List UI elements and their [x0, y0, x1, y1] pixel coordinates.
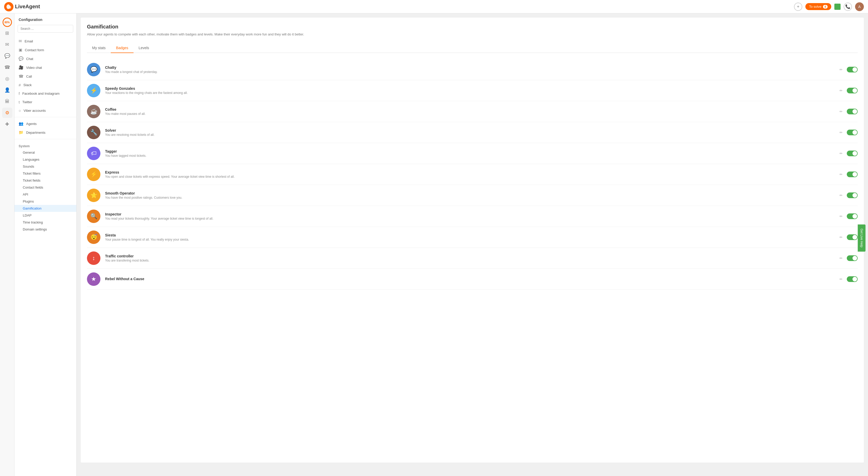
live-help-tab[interactable]: Get Live Help: [858, 225, 866, 252]
toggle-speedy[interactable]: [847, 88, 858, 93]
sidebar-item-label: Video chat: [26, 66, 42, 70]
tab-my-stats[interactable]: My stats: [87, 43, 111, 53]
logo[interactable]: LiveAgent: [4, 2, 40, 11]
edit-speedy-icon[interactable]: ✏: [840, 89, 843, 93]
badge-coffee-info: Coffee You make most pauses of all.: [105, 107, 840, 116]
sidebar-item-call[interactable]: ☎ Call: [14, 72, 76, 81]
badge-solver-info: Solver You are resolving most tickets of…: [105, 128, 840, 136]
badge-solver: 🔧 Solver You are resolving most tickets …: [87, 122, 858, 143]
sidebar-sub-ticket-filters[interactable]: Ticket filters: [14, 170, 76, 177]
sidebar-sub-languages[interactable]: Languages: [14, 156, 76, 163]
nav-tickets[interactable]: ✉: [2, 39, 12, 50]
tab-levels[interactable]: Levels: [133, 43, 154, 53]
nav-contacts[interactable]: 👤: [2, 85, 12, 95]
badge-traffic-name: Traffic controller: [105, 254, 840, 258]
badge-inspector: 🔍 Inspector You read your tickets thorou…: [87, 206, 858, 227]
nav-settings[interactable]: ⚙: [2, 107, 12, 118]
sidebar-item-viber[interactable]: ○ Viber accounts: [14, 106, 76, 115]
sidebar-sub-ldap[interactable]: LDAP: [14, 212, 76, 219]
badge-speedy-info: Speedy Gonzales Your reactions to the ri…: [105, 86, 840, 95]
toggle-tagger[interactable]: [847, 151, 858, 156]
edit-solver-icon[interactable]: ✏: [840, 130, 843, 134]
edit-siesta-icon[interactable]: ✏: [840, 235, 843, 239]
sidebar-item-facebook[interactable]: f Facebook and Instagram: [14, 89, 76, 98]
sidebar-item-contact-form[interactable]: ▣ Contact form: [14, 45, 76, 54]
badge-inspector-actions: ✏: [840, 214, 858, 219]
tab-badges[interactable]: Badges: [111, 43, 133, 53]
edit-tagger-icon[interactable]: ✏: [840, 151, 843, 156]
search-input[interactable]: [18, 25, 73, 33]
badge-speedy-desc: Your reactions to the ringing chats are …: [105, 91, 840, 95]
sidebar-sub-api[interactable]: API: [14, 191, 76, 198]
sidebar-title: Configuration: [14, 18, 76, 25]
progress-indicator[interactable]: 80%: [3, 18, 12, 27]
nav-plugins[interactable]: ✚: [2, 119, 12, 129]
logo-text: LiveAgent: [15, 4, 40, 9]
badge-express-icon: ⚡: [87, 168, 100, 181]
call-icon: ☎: [19, 74, 24, 78]
badge-inspector-name: Inspector: [105, 212, 840, 216]
sidebar-item-chat[interactable]: 💬 Chat: [14, 54, 76, 63]
solve-label: To solve: [809, 5, 822, 8]
sidebar-item-email[interactable]: ✉ Email: [14, 37, 76, 45]
badges-list: 💬 Chatty You made a longest chat of yest…: [87, 59, 858, 290]
badge-express-actions: ✏: [840, 171, 858, 177]
sidebar-sub-domain-settings[interactable]: Domain settings: [14, 226, 76, 233]
toggle-chatty[interactable]: [847, 67, 858, 72]
user-avatar[interactable]: A: [855, 2, 864, 11]
nav-dashboard[interactable]: ⊞: [2, 28, 12, 38]
edit-rebel-icon[interactable]: ✏: [840, 277, 843, 281]
badge-smooth-actions: ✏: [840, 192, 858, 198]
nav-call[interactable]: ☎: [2, 62, 12, 72]
agents-icon: 👥: [19, 121, 24, 126]
badge-coffee: ☕ Coffee You make most pauses of all. ✏: [87, 101, 858, 122]
nav-chat[interactable]: 💬: [2, 51, 12, 61]
sidebar-sub-sounds[interactable]: Sounds: [14, 163, 76, 170]
badge-smooth-desc: You have the most positive ratings. Cust…: [105, 196, 840, 199]
video-chat-icon: 🎥: [19, 65, 24, 70]
toggle-traffic[interactable]: [847, 255, 858, 261]
edit-coffee-icon[interactable]: ✏: [840, 109, 843, 114]
sidebar-sub-contact-fields[interactable]: Contact fields: [14, 184, 76, 191]
add-button[interactable]: ＋: [794, 3, 802, 11]
sidebar-sub-plugins[interactable]: Plugins: [14, 198, 76, 205]
toggle-solver[interactable]: [847, 130, 858, 135]
edit-inspector-icon[interactable]: ✏: [840, 214, 843, 218]
toggle-coffee[interactable]: [847, 109, 858, 114]
sidebar-item-label: Chat: [26, 57, 33, 61]
slack-icon: #: [19, 83, 21, 87]
sidebar-item-slack[interactable]: # Slack: [14, 81, 76, 89]
sidebar-item-video-chat[interactable]: 🎥 Video chat: [14, 63, 76, 72]
chat-icon: 💬: [19, 56, 24, 61]
badge-siesta-actions: ✏: [840, 234, 858, 240]
badge-tagger-icon: 🏷: [87, 147, 100, 160]
status-indicator[interactable]: [834, 4, 841, 10]
edit-express-icon[interactable]: ✏: [840, 172, 843, 177]
toggle-inspector[interactable]: [847, 214, 858, 219]
sidebar-sub-general[interactable]: General: [14, 149, 76, 156]
sidebar-item-twitter[interactable]: t Twitter: [14, 98, 76, 106]
badge-coffee-name: Coffee: [105, 107, 840, 112]
sidebar-item-departments[interactable]: 📁 Departments: [14, 128, 76, 137]
toggle-rebel[interactable]: [847, 276, 858, 282]
avatar-initials: A: [858, 5, 861, 9]
toggle-siesta[interactable]: [847, 234, 858, 240]
toggle-express[interactable]: [847, 171, 858, 177]
edit-traffic-icon[interactable]: ✏: [840, 256, 843, 260]
nav-reports[interactable]: ◎: [2, 73, 12, 84]
nav-departments[interactable]: 🏛: [2, 96, 12, 106]
edit-chatty-icon[interactable]: ✏: [840, 67, 843, 72]
toggle-smooth[interactable]: [847, 192, 858, 198]
sidebar-sub-gamification[interactable]: Gamification: [14, 205, 76, 212]
badge-rebel-name: Rebel Without a Cause: [105, 277, 840, 281]
sidebar-item-agents[interactable]: 👥 Agents: [14, 119, 76, 128]
badge-traffic: ↕ Traffic controller You are transfering…: [87, 248, 858, 269]
sidebar-sub-ticket-fields[interactable]: Ticket fields: [14, 177, 76, 184]
solve-button[interactable]: To solve 8: [805, 3, 831, 10]
phone-button[interactable]: 📞: [844, 3, 852, 11]
edit-smooth-icon[interactable]: ✏: [840, 193, 843, 197]
badge-chatty-info: Chatty You made a longest chat of yester…: [105, 65, 840, 74]
badge-rebel-info: Rebel Without a Cause: [105, 277, 840, 282]
sidebar-sub-time-tracking[interactable]: Time tracking: [14, 219, 76, 226]
badge-inspector-icon: 🔍: [87, 210, 100, 223]
